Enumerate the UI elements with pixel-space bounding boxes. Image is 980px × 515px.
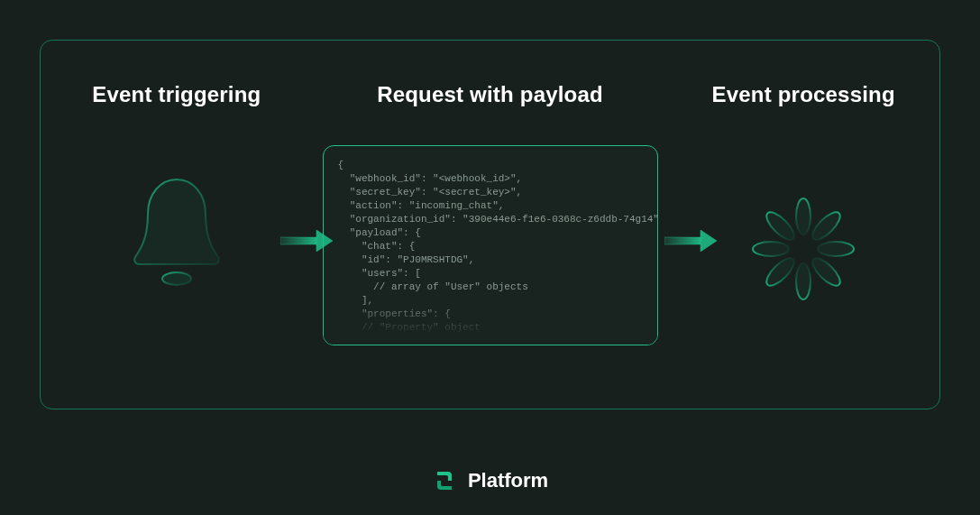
- svg-point-2: [809, 208, 845, 244]
- svg-rect-9: [280, 237, 316, 244]
- code-line: "webhook_id": "<webhook_id>",: [338, 172, 643, 186]
- column-title: Request with payload: [377, 82, 603, 107]
- code-line: "payload": {: [338, 226, 643, 240]
- svg-point-3: [818, 242, 854, 256]
- diagram-panel: Event triggering Request with payload: [40, 40, 940, 409]
- svg-point-7: [753, 242, 789, 256]
- bell-icon: [123, 172, 231, 299]
- payload-code-block: { "webhook_id": "<webhook_id>", "secret_…: [323, 145, 658, 345]
- code-line: "properties": {: [338, 308, 643, 321]
- column-request-payload: Request with payload { "webhook_id": "<w…: [313, 82, 668, 345]
- code-line: "organization_id": "390e44e6-f1e6-0368c-…: [338, 213, 643, 226]
- brand-name: Platform: [468, 469, 548, 492]
- arrow-right-icon: [664, 230, 717, 252]
- code-line: "action": "incoming_chat",: [338, 199, 643, 213]
- svg-point-6: [763, 254, 799, 290]
- svg-point-1: [796, 198, 811, 235]
- svg-point-5: [796, 263, 811, 299]
- footer-brand: Platform: [0, 468, 980, 493]
- diagram-columns: Event triggering Request with payload: [41, 82, 939, 345]
- code-line: // array of "User" objects: [338, 280, 643, 294]
- code-line: ],: [338, 294, 643, 308]
- svg-point-4: [809, 254, 845, 290]
- code-line: {: [338, 159, 643, 172]
- svg-point-8: [763, 208, 799, 244]
- code-line: "secret_key": "<secret_key>",: [338, 186, 643, 199]
- column-event-triggering: Event triggering: [41, 82, 313, 299]
- code-line: // "Property" object: [338, 321, 643, 335]
- column-title: Event triggering: [92, 82, 261, 107]
- platform-logo-icon: [432, 468, 457, 493]
- column-title: Event processing: [712, 82, 895, 107]
- svg-point-0: [162, 272, 191, 285]
- code-line: "id": "PJ0MRSHTDG",: [338, 253, 643, 267]
- code-line: "chat": {: [338, 240, 643, 253]
- column-event-processing: Event processing: [667, 82, 939, 308]
- processing-starburst-icon: [745, 190, 862, 308]
- svg-rect-11: [664, 237, 701, 244]
- code-line: "users": [: [338, 267, 643, 280]
- arrow-right-icon: [280, 230, 333, 252]
